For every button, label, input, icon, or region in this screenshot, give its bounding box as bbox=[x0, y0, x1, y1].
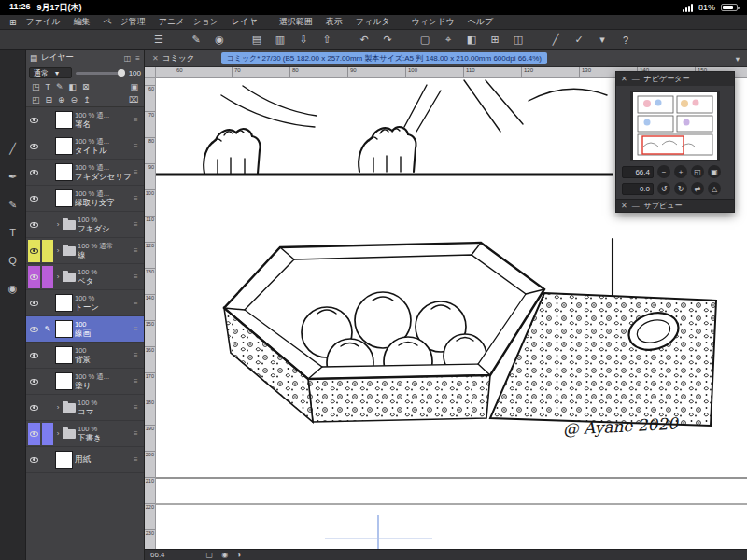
menu-item[interactable]: レイヤー bbox=[232, 16, 266, 28]
layer-row[interactable]: ✎ › 100 % 通... 縁取り文字 ≡ bbox=[26, 186, 144, 212]
layer-row[interactable]: ✎ › 用紙 ≡ bbox=[26, 447, 144, 473]
toolbar-group-divider[interactable] bbox=[532, 32, 542, 49]
flip-horizontal-icon[interactable]: ⇄ bbox=[691, 182, 704, 195]
layer-visibility-toggle[interactable] bbox=[28, 344, 40, 367]
layer-thumbnail[interactable] bbox=[55, 320, 73, 338]
layer-menu-icon[interactable]: ≡ bbox=[134, 168, 142, 176]
menu-item[interactable]: ウィンドウ bbox=[412, 16, 455, 28]
opacity-slider[interactable] bbox=[76, 72, 125, 75]
layer-menu-icon[interactable]: ≡ bbox=[134, 403, 142, 412]
layer-visibility-toggle[interactable] bbox=[28, 135, 40, 158]
zoom-100-icon[interactable]: ◱ bbox=[691, 165, 704, 178]
layer-name[interactable]: フキダシ bbox=[78, 224, 132, 233]
layer-name[interactable]: コマ bbox=[78, 407, 132, 416]
vertical-ruler[interactable]: 6070809010011012013014015016017018019020… bbox=[145, 78, 156, 549]
page-manager-icon[interactable]: ▥ bbox=[271, 32, 289, 49]
layer-visibility-toggle[interactable] bbox=[28, 266, 40, 288]
menu-item[interactable]: アニメーション bbox=[159, 16, 218, 28]
layer-name[interactable]: 線 bbox=[78, 250, 132, 259]
layer-visibility-toggle[interactable] bbox=[28, 188, 40, 210]
layer-visibility-toggle[interactable] bbox=[28, 214, 40, 236]
layer-name[interactable]: タイトル bbox=[75, 146, 132, 155]
toolbar-group-divider[interactable] bbox=[341, 32, 350, 49]
layer-row[interactable]: ✎ › 100 % フキダシ ≡ bbox=[26, 212, 144, 238]
layer-row[interactable]: ✎ › 100 % 下書き ≡ bbox=[26, 421, 144, 447]
delete-layer-icon[interactable]: ⌧ bbox=[129, 95, 138, 105]
palette-menu-icon[interactable]: ≡ bbox=[135, 54, 140, 63]
menu-item[interactable]: 編集 bbox=[73, 16, 90, 28]
crop-icon[interactable]: ◧ bbox=[462, 32, 481, 49]
layer-name[interactable]: 塗り bbox=[75, 381, 132, 390]
menu-item[interactable]: 選択範囲 bbox=[279, 16, 313, 28]
transform-icon[interactable]: ⌖ bbox=[439, 32, 458, 49]
menu-item[interactable]: ヘルプ bbox=[468, 16, 494, 28]
layer-name[interactable]: ベタ bbox=[78, 276, 132, 286]
layer-row[interactable]: ✎ › 100 % ベタ ≡ bbox=[26, 264, 144, 290]
layer-menu-icon[interactable]: ≡ bbox=[134, 220, 142, 229]
layer-menu-icon[interactable]: ≡ bbox=[134, 325, 142, 333]
layer-visibility-toggle[interactable] bbox=[28, 397, 40, 419]
rotate-left-icon[interactable]: ↺ bbox=[657, 182, 670, 195]
move-up-icon[interactable]: ↥ bbox=[83, 95, 91, 105]
layer-name[interactable]: 署名 bbox=[75, 119, 132, 129]
palette-options-icon[interactable]: ◫ bbox=[124, 54, 132, 63]
layer-visibility-toggle[interactable] bbox=[28, 318, 40, 341]
layer-menu-icon[interactable]: ≡ bbox=[134, 246, 142, 255]
layer-thumbnail[interactable] bbox=[55, 372, 73, 390]
layer-visibility-toggle[interactable] bbox=[28, 240, 40, 262]
blend-mode-select[interactable]: 通常 ▾ bbox=[29, 67, 72, 78]
redo-icon[interactable]: ↷ bbox=[378, 32, 397, 49]
layer-thumbnail[interactable] bbox=[55, 189, 73, 207]
zoom-indicator-icon[interactable]: ▢ bbox=[206, 551, 214, 559]
undo-icon[interactable]: ↶ bbox=[355, 32, 374, 49]
rotate-value-field[interactable]: 0.0 bbox=[622, 183, 654, 195]
import-icon[interactable]: ⇩ bbox=[294, 32, 313, 49]
document-title[interactable]: コミック* 27/30 (B5 182.00 x 257.00mm 製本サイズ:… bbox=[221, 52, 547, 64]
toolbar-group-divider[interactable] bbox=[402, 32, 411, 49]
layer-name[interactable]: フキダシセリフ bbox=[75, 172, 132, 181]
layer-thumbnail[interactable] bbox=[55, 163, 73, 181]
chevron-down-icon[interactable]: ▾ bbox=[736, 54, 740, 63]
pen-tool-icon[interactable]: ✒ bbox=[4, 168, 22, 185]
layer-row[interactable]: ✎ › 100 % コマ ≡ bbox=[26, 395, 144, 421]
reset-rotation-icon[interactable]: △ bbox=[708, 182, 721, 195]
menu-item[interactable]: ページ管理 bbox=[103, 16, 145, 28]
subtool-icon[interactable]: ◉ bbox=[4, 280, 22, 297]
menu-item[interactable]: フィルター bbox=[356, 16, 399, 28]
layer-row[interactable]: ✎ › 100 線画 ≡ bbox=[26, 316, 144, 343]
rotate-right-icon[interactable]: ↻ bbox=[674, 182, 687, 195]
layer-name[interactable]: 用紙 bbox=[75, 455, 132, 464]
layer-menu-icon[interactable]: ≡ bbox=[134, 377, 142, 385]
new-folder-icon[interactable]: ◰ bbox=[32, 95, 40, 105]
layer-menu-icon[interactable]: ≡ bbox=[134, 455, 142, 464]
snap-icon[interactable]: ◫ bbox=[509, 32, 528, 49]
layer-row[interactable]: ✎ › 100 % 通... 署名 ≡ bbox=[26, 107, 144, 133]
fit-to-screen-icon[interactable]: ▣ bbox=[708, 165, 721, 178]
layer-visibility-toggle[interactable] bbox=[28, 109, 40, 132]
layer-thumbnail[interactable] bbox=[55, 137, 73, 155]
close-tab-icon[interactable]: ✕ bbox=[152, 54, 159, 63]
expand-arrow-icon[interactable]: › bbox=[55, 429, 61, 438]
zoom-in-icon[interactable]: + bbox=[674, 165, 687, 178]
text-layer-icon[interactable]: T bbox=[46, 82, 51, 91]
layer-visibility-toggle[interactable] bbox=[28, 371, 40, 393]
layer-visibility-toggle[interactable] bbox=[28, 161, 40, 184]
layer-row[interactable]: ✎ › 100 % 通... 塗り ≡ bbox=[26, 369, 144, 395]
layer-visibility-toggle[interactable] bbox=[28, 449, 40, 471]
new-raster-layer-icon[interactable]: ◳ bbox=[32, 82, 40, 91]
collapse-icon[interactable]: — bbox=[632, 202, 640, 210]
remove-layer-icon[interactable]: ⊖ bbox=[71, 95, 78, 105]
menu-item[interactable]: ファイル bbox=[26, 16, 61, 28]
toolbar-group-divider[interactable] bbox=[173, 32, 182, 49]
layer-thumbnail[interactable] bbox=[55, 111, 73, 129]
layer-mask-icon[interactable]: ◧ bbox=[69, 82, 78, 91]
layer-menu-icon[interactable]: ≡ bbox=[134, 273, 142, 281]
layer-menu-icon[interactable]: ≡ bbox=[134, 429, 142, 438]
close-icon[interactable]: ✕ bbox=[621, 202, 627, 210]
layer-menu-icon[interactable]: ≡ bbox=[134, 116, 142, 124]
main-menu-icon[interactable]: ☰ bbox=[149, 32, 168, 49]
export-icon[interactable]: ⇧ bbox=[317, 32, 336, 49]
edit-pen-icon[interactable]: ✎ bbox=[187, 32, 205, 49]
selection-icon[interactable]: ▢ bbox=[416, 32, 434, 49]
layer-thumbnail[interactable] bbox=[55, 451, 73, 469]
